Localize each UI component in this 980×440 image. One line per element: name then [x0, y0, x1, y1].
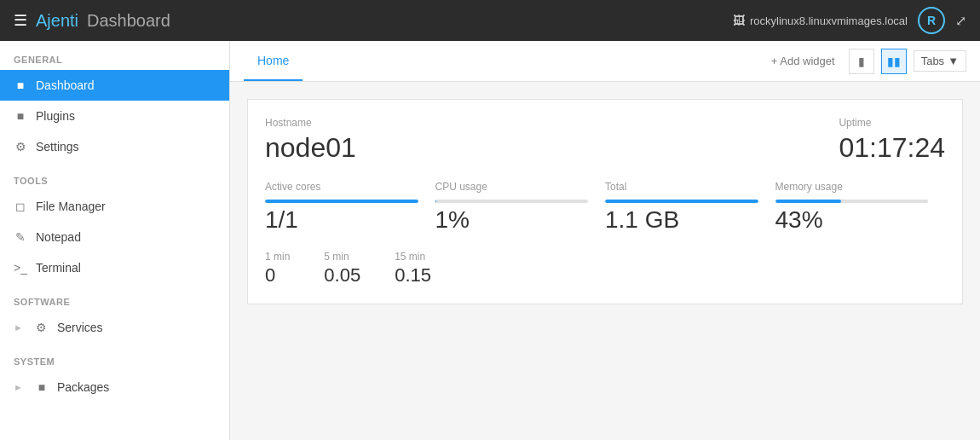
active-cores-fill [265, 200, 418, 203]
server-icon: 🖽 [733, 14, 745, 27]
expand-icon[interactable]: ⤢ [955, 13, 966, 29]
server-name: rockylinux8.linuxvmimages.local [750, 14, 908, 27]
sidebar-label-settings: Settings [36, 140, 79, 153]
tabs-dropdown-button[interactable]: Tabs ▼ [914, 50, 966, 72]
sidebar-label-file-manager: File Manager [36, 200, 106, 213]
active-cores-section: Active cores 1/1 [265, 181, 435, 234]
section-general: GENERAL [0, 41, 229, 70]
sidebar-label-notepad: Notepad [36, 230, 81, 244]
total-memory-section: Total 1.1 GB [605, 181, 775, 234]
avatar[interactable]: R [918, 7, 945, 34]
folder-icon: ◻ [14, 200, 27, 213]
services-icon: ⚙ [35, 321, 49, 334]
active-cores-value: 1/1 [265, 206, 418, 234]
sidebar-label-terminal: Terminal [36, 261, 81, 275]
load-5min-value: 0.05 [324, 264, 360, 287]
memory-usage-value: 43% [775, 206, 929, 234]
sidebar-item-services[interactable]: ► ⚙ Services [0, 312, 229, 343]
add-widget-button[interactable]: + Add widget [764, 51, 842, 71]
cpu-memory-row: Active cores 1/1 CPU usage 1% [265, 181, 945, 234]
sidebar-item-notepad[interactable]: ✎ Notepad [0, 222, 229, 252]
tab-home[interactable]: Home [244, 42, 303, 81]
total-bar [605, 200, 758, 203]
settings-icon: ⚙ [14, 140, 27, 153]
uptime-value: 01:17:24 [839, 132, 945, 164]
tabs-dropdown-label: Tabs [921, 55, 944, 67]
chevron-down-icon: ▼ [948, 55, 959, 67]
sidebar-item-terminal[interactable]: >_ Terminal [0, 252, 229, 283]
section-system: SYSTEM [0, 343, 229, 372]
hamburger-icon[interactable]: ☰ [14, 11, 27, 30]
memory-usage-fill [775, 200, 841, 203]
tabs-actions: + Add widget ▮ ▮▮ Tabs ▼ [764, 49, 966, 74]
load-1min-label: 1 min [265, 251, 290, 263]
server-info: 🖽 rockylinux8.linuxvmimages.local [733, 14, 908, 27]
memory-usage-bar [775, 200, 929, 203]
sidebar-item-plugins[interactable]: ■ Plugins [0, 101, 229, 131]
section-software: SOFTWARE [0, 283, 229, 312]
sidebar-item-file-manager[interactable]: ◻ File Manager [0, 191, 229, 222]
cpu-usage-bar [435, 200, 589, 203]
cpu-usage-label: CPU usage [435, 181, 589, 193]
total-fill [605, 200, 758, 203]
hostname-value: node01 [265, 132, 356, 164]
cpu-usage-value: 1% [435, 206, 589, 234]
sidebar-label-plugins: Plugins [36, 109, 75, 123]
cpu-usage-fill [435, 200, 437, 203]
load-1min-value: 0 [265, 264, 290, 287]
load-5min: 5 min 0.05 [324, 251, 360, 287]
load-5min-label: 5 min [324, 251, 360, 263]
load-averages-row: 1 min 0 5 min 0.05 15 min 0.15 [265, 251, 945, 287]
load-15min-label: 15 min [395, 251, 431, 263]
load-1min: 1 min 0 [265, 251, 290, 287]
section-tools: TOOLS [0, 162, 229, 191]
load-15min-value: 0.15 [395, 264, 431, 287]
notepad-icon: ✎ [14, 230, 27, 244]
topbar-left: ☰ Ajenti Dashboard [14, 11, 170, 31]
total-value: 1.1 GB [605, 206, 758, 234]
uptime-section: Uptime 01:17:24 [839, 117, 945, 164]
brand-subtitle: Dashboard [87, 11, 170, 31]
hostname-label: Hostname [265, 117, 356, 129]
active-cores-label: Active cores [265, 181, 418, 193]
main-layout: GENERAL ■ Dashboard ■ Plugins ⚙ Settings… [0, 41, 980, 440]
topbar: ☰ Ajenti Dashboard 🖽 rockylinux8.linuxvm… [0, 0, 980, 41]
sidebar-label-services: Services [57, 321, 103, 334]
plugins-icon: ■ [14, 109, 27, 123]
expand-services-icon: ► [14, 322, 23, 333]
hostname-row: Hostname node01 Uptime 01:17:24 [265, 117, 945, 164]
packages-icon: ■ [35, 380, 49, 394]
tabs-bar: Home + Add widget ▮ ▮▮ Tabs ▼ [230, 41, 980, 82]
dashboard-content: Hostname node01 Uptime 01:17:24 Active c… [230, 82, 980, 335]
sidebar-item-dashboard[interactable]: ■ Dashboard [0, 70, 229, 101]
hostname-section: Hostname node01 [265, 117, 356, 164]
load-15min: 15 min 0.15 [395, 251, 431, 287]
layout-double-button[interactable]: ▮▮ [881, 49, 907, 74]
memory-usage-section: Memory usage 43% [775, 181, 946, 234]
layout-single-button[interactable]: ▮ [849, 49, 874, 74]
active-cores-bar [265, 200, 418, 203]
sidebar: GENERAL ■ Dashboard ■ Plugins ⚙ Settings… [0, 41, 230, 440]
dashboard-icon: ■ [14, 78, 27, 92]
total-label: Total [605, 181, 758, 193]
sidebar-item-packages[interactable]: ► ■ Packages [0, 372, 229, 402]
sidebar-label-dashboard: Dashboard [36, 78, 95, 92]
brand-name: Ajenti [36, 11, 78, 31]
sidebar-label-packages: Packages [57, 380, 109, 394]
sidebar-item-settings[interactable]: ⚙ Settings [0, 131, 229, 162]
expand-packages-icon: ► [14, 382, 23, 392]
content-area: Home + Add widget ▮ ▮▮ Tabs ▼ Hostname n… [230, 41, 980, 440]
topbar-right: 🖽 rockylinux8.linuxvmimages.local R ⤢ [733, 7, 966, 34]
memory-usage-label: Memory usage [775, 181, 929, 193]
hostname-widget: Hostname node01 Uptime 01:17:24 Active c… [247, 99, 963, 304]
terminal-icon: >_ [14, 261, 27, 275]
cpu-usage-section: CPU usage 1% [435, 181, 606, 234]
uptime-label: Uptime [839, 117, 945, 129]
